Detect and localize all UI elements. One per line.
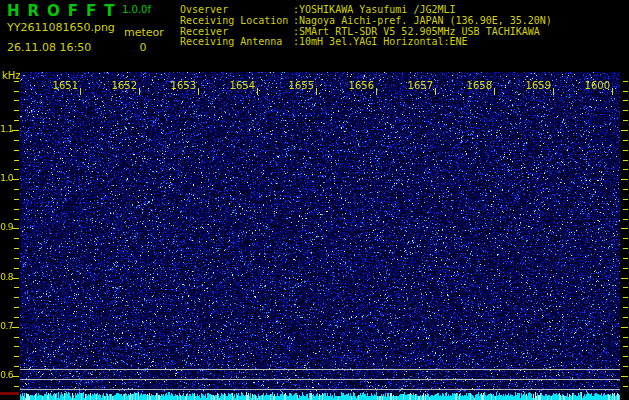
freq-minor-tick-left (14, 219, 19, 220)
time-tick (316, 88, 317, 95)
freq-minor-tick-right (623, 150, 628, 151)
time-label: 1654 (211, 80, 255, 91)
freq-minor-tick-right (623, 297, 628, 298)
mode-label: meteor (124, 26, 164, 39)
freq-minor-tick-right (623, 169, 628, 170)
freq-minor-tick-left (14, 258, 19, 259)
freq-major-tick-left (12, 228, 19, 229)
time-label: 1652 (93, 80, 137, 91)
freq-minor-tick-left (14, 140, 19, 141)
freq-major-tick-right (621, 376, 628, 377)
freq-minor-tick-right (623, 386, 628, 387)
freq-minor-tick-left (14, 169, 19, 170)
freq-label: 1.0 (0, 173, 13, 183)
freq-minor-tick-right (623, 268, 628, 269)
freq-minor-tick-right (623, 366, 628, 367)
freq-label: 0.6 (0, 370, 13, 380)
freq-minor-tick-left (14, 189, 19, 190)
info-value: :Nagoya Aichi-pref. JAPAN (136.90E, 35.2… (293, 16, 552, 27)
freq-minor-tick-left (14, 386, 19, 387)
freq-major-tick-left (12, 327, 19, 328)
time-label: 1657 (389, 80, 433, 91)
meteor-count: 0 (122, 41, 164, 54)
freq-minor-tick-right (623, 140, 628, 141)
freq-minor-tick-left (14, 287, 19, 288)
freq-minor-tick-left (14, 209, 19, 210)
freq-minor-tick-right (623, 199, 628, 200)
freq-minor-tick-right (623, 307, 628, 308)
info-label: Receiving Location (180, 16, 288, 27)
time-tick (612, 88, 613, 95)
freq-minor-tick-right (623, 100, 628, 101)
freq-minor-tick-right (623, 356, 628, 357)
time-label: 1651 (34, 80, 78, 91)
freq-minor-tick-right (623, 337, 628, 338)
freq-minor-tick-right (623, 346, 628, 347)
freq-minor-tick-left (14, 160, 19, 161)
freq-major-tick-right (621, 228, 628, 229)
freq-minor-tick-left (14, 150, 19, 151)
time-tick (80, 88, 81, 95)
time-label: 1658 (448, 80, 492, 91)
freq-major-tick-right (621, 179, 628, 180)
info-label: Receiving Antenna (180, 37, 282, 48)
freq-minor-tick-right (623, 81, 628, 82)
freq-minor-tick-right (623, 91, 628, 92)
freq-minor-tick-right (623, 189, 628, 190)
time-tick (553, 88, 554, 95)
freq-label: 0.8 (0, 272, 13, 282)
freq-minor-tick-right (623, 110, 628, 111)
corner-red-bar (0, 392, 19, 395)
freq-minor-tick-left (14, 307, 19, 308)
spectrogram-canvas (20, 72, 620, 400)
time-tick (139, 88, 140, 95)
freq-major-tick-left (12, 376, 19, 377)
freq-minor-tick-left (14, 356, 19, 357)
freq-minor-tick-left (14, 268, 19, 269)
freq-minor-tick-right (623, 238, 628, 239)
freq-label: 1.1 (0, 124, 13, 134)
freq-minor-tick-right (623, 287, 628, 288)
time-label: 1659 (507, 80, 551, 91)
freq-minor-tick-left (14, 297, 19, 298)
freq-minor-tick-right (623, 160, 628, 161)
observation-datetime: 26.11.08 16:50 (7, 41, 91, 54)
freq-major-tick-right (621, 327, 628, 328)
time-tick (376, 88, 377, 95)
freq-minor-tick-left (14, 238, 19, 239)
freq-minor-tick-left (14, 248, 19, 249)
time-label: 1653 (152, 80, 196, 91)
freq-minor-tick-left (14, 120, 19, 121)
freq-minor-tick-right (623, 317, 628, 318)
time-tick (494, 88, 495, 95)
freq-label: 0.7 (0, 321, 13, 331)
time-label: 1600 (566, 80, 610, 91)
output-filename: YY2611081650.png (7, 21, 115, 34)
time-tick (198, 88, 199, 95)
freq-minor-tick-left (14, 81, 19, 82)
freq-major-tick-left (12, 179, 19, 180)
freq-major-tick-left (12, 130, 19, 131)
freq-minor-tick-right (623, 258, 628, 259)
hrofft-window: HROFFT 1.0.0f YY2611081650.png meteor 26… (0, 0, 629, 400)
freq-minor-tick-left (14, 100, 19, 101)
freq-minor-tick-left (14, 199, 19, 200)
freq-minor-tick-left (14, 91, 19, 92)
app-version: 1.0.0f (122, 4, 151, 15)
freq-label: 0.9 (0, 222, 13, 232)
freq-minor-tick-right (623, 248, 628, 249)
app-title: HROFFT (7, 2, 123, 20)
time-tick (435, 88, 436, 95)
freq-major-tick-right (621, 278, 628, 279)
info-value: :10mH 3el.YAGI Horizontal:ENE (293, 37, 468, 48)
freq-minor-tick-left (14, 317, 19, 318)
freq-minor-tick-left (14, 366, 19, 367)
freq-minor-tick-right (623, 209, 628, 210)
freq-axis-unit: kHz (2, 70, 21, 81)
freq-minor-tick-right (623, 219, 628, 220)
freq-minor-tick-left (14, 337, 19, 338)
time-label: 1656 (330, 80, 374, 91)
freq-minor-tick-left (14, 346, 19, 347)
freq-minor-tick-right (623, 120, 628, 121)
time-tick (257, 88, 258, 95)
